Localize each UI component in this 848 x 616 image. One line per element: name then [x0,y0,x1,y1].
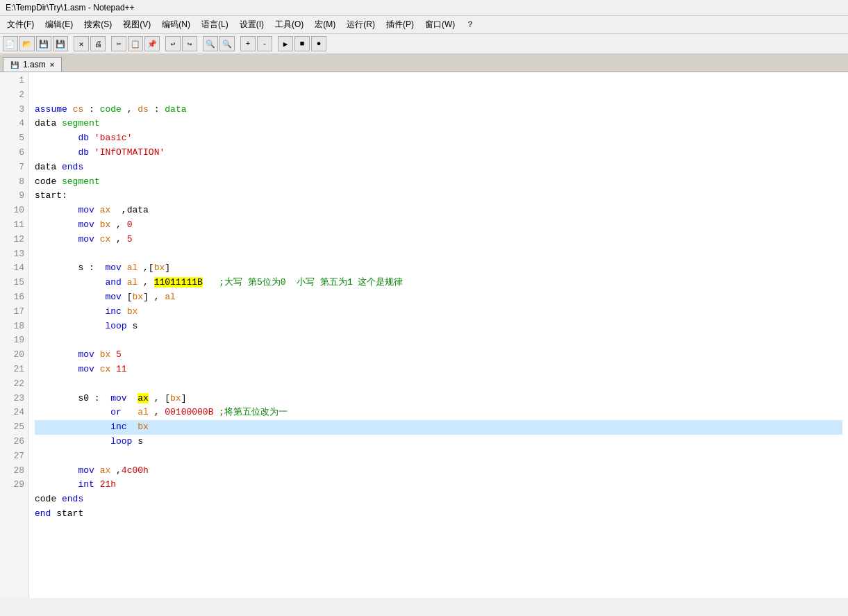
code-line: start: [35,189,842,203]
line-number: 10 [6,203,24,218]
code-line: s0 : mov ax , [bx] [35,392,842,406]
tb-close[interactable]: ✕ [74,36,89,51]
line-number: 7 [6,160,24,175]
line-number: 28 [6,464,24,478]
tb-copy[interactable]: 📋 [128,36,143,51]
line-number: 5 [6,131,24,146]
toolbar: 📄 📂 💾 💾 ✕ 🖨 ✂ 📋 📌 ↩ ↪ 🔍 🔍 + - ▶ ■ ● [0,34,848,54]
code-line: mov cx , 5 [35,233,842,247]
line-number: 21 [6,363,24,377]
tb-zoom-in[interactable]: + [240,36,256,51]
line-number: 24 [6,406,24,420]
line-number: 15 [6,276,24,290]
line-number: 11 [6,218,24,233]
tb-open[interactable]: 📂 [19,36,35,51]
code-line: loop s [35,435,842,449]
tb-print[interactable]: 🖨 [90,36,106,51]
tb-zoom-out[interactable]: - [257,36,272,51]
menu-item[interactable]: 语言(L) [197,17,233,32]
tab-label: 1.asm [23,60,46,69]
line-number: 26 [6,435,24,449]
line-number: 9 [6,189,24,203]
tb-b3[interactable]: ● [311,36,326,51]
line-number: 14 [6,261,24,276]
line-number: 12 [6,233,24,247]
tb-b2[interactable]: ■ [294,36,310,51]
tb-save[interactable]: 💾 [36,36,51,51]
menu-item[interactable]: ？ [462,17,479,32]
menu-item[interactable]: 宏(M) [310,17,340,32]
code-line: mov ax ,data [35,203,842,218]
code-line: db 'basic' [35,131,842,146]
code-line: code segment [35,175,842,190]
tb-b1[interactable]: ▶ [278,36,293,51]
code-line: db 'INfOTMATION' [35,146,842,160]
editor: 1234567891011121314151617181920212223242… [0,72,848,598]
line-number: 25 [6,420,24,435]
code-line: mov [bx] , al [35,290,842,305]
code-line: mov ax ,4c00h [35,464,842,478]
line-number: 29 [6,478,24,492]
menu-item[interactable]: 编码(N) [158,17,194,32]
code-line: assume cs : code , ds : data [35,103,842,117]
code-line: and al , 11011111B ;大写 第5位为0 小写 第五为1 这个是… [35,276,842,290]
tab-bar: 💾 1.asm × [0,54,848,72]
code-line: s : mov al ,[bx] [35,261,842,276]
line-number: 16 [6,290,24,305]
code-line: or al , 00100000B ;将第五位改为一 [35,406,842,420]
code-line: end start [35,507,842,522]
code-line [35,449,842,464]
code-line [35,377,842,392]
tb-find[interactable]: 🔍 [203,36,218,51]
menu-item[interactable]: 搜索(S) [80,17,116,32]
code-line: mov cx 11 [35,363,842,377]
line-numbers: 1234567891011121314151617181920212223242… [0,72,29,598]
line-number: 2 [6,88,24,103]
menu-item[interactable]: 编辑(E) [41,17,77,32]
code-line: mov bx , 0 [35,218,842,233]
menu-item[interactable]: 文件(F) [3,17,38,32]
code-line: code ends [35,492,842,507]
tab-icon: 💾 [10,61,19,69]
code-area[interactable]: assume cs : code , ds : datadata segment… [29,72,848,598]
code-line: data segment [35,117,842,131]
menu-item[interactable]: 视图(V) [119,17,155,32]
tb-paste[interactable]: 📌 [144,36,160,51]
line-number: 19 [6,333,24,348]
line-number: 17 [6,305,24,319]
window-title: E:\TempDir\Try\1.asm - Notepad++ [6,3,135,13]
title-bar: E:\TempDir\Try\1.asm - Notepad++ [0,0,848,16]
line-number: 22 [6,377,24,392]
code-line: data ends [35,160,842,175]
menu-item[interactable]: 插件(P) [382,17,418,32]
tb-new[interactable]: 📄 [3,36,18,51]
line-number: 18 [6,319,24,334]
tb-redo[interactable]: ↪ [182,36,197,51]
line-number: 1 [6,74,24,88]
line-number: 27 [6,449,24,464]
line-number: 4 [6,117,24,131]
tb-find-replace[interactable]: 🔍 [219,36,235,51]
line-number: 23 [6,392,24,406]
line-number: 6 [6,146,24,160]
code-line: loop s [35,319,842,334]
tab-1asm[interactable]: 💾 1.asm × [3,57,62,72]
code-line [35,333,842,348]
tb-save-all[interactable]: 💾 [53,36,68,51]
line-number: 20 [6,348,24,363]
menu-item[interactable]: 运行(R) [342,17,379,32]
code-line: inc bx [35,305,842,319]
tab-close-button[interactable]: × [50,60,54,69]
menu-item[interactable]: 设置(I) [235,17,268,32]
menu-item[interactable]: 窗口(W) [421,17,459,32]
code-line: mov bx 5 [35,348,842,363]
menu-item[interactable]: 工具(O) [271,17,308,32]
line-number: 8 [6,175,24,190]
menu-bar: 文件(F)编辑(E)搜索(S)视图(V)编码(N)语言(L)设置(I)工具(O)… [0,16,848,34]
line-number: 13 [6,247,24,262]
code-line [35,247,842,262]
tb-undo[interactable]: ↩ [165,36,181,51]
code-line: int 21h [35,478,842,492]
tb-cut[interactable]: ✂ [111,36,126,51]
code-line: inc bx [35,420,842,435]
